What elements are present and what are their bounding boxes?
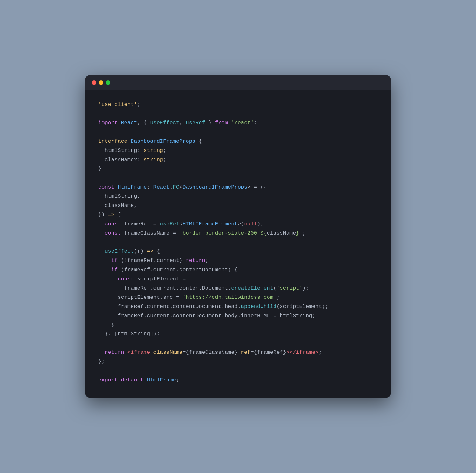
- code-line-23: frameRef.current.contentDocument.head.ap…: [98, 302, 378, 312]
- code-line-18: if (!frameRef.current) return;: [98, 256, 378, 265]
- code-line-8: }: [98, 164, 378, 174]
- code-editor: 'use client'; import React, { useEffect,…: [85, 90, 391, 398]
- code-line-21: frameRef.current.contentDocument.createE…: [98, 284, 378, 293]
- code-line-1: 'use client';: [98, 100, 378, 109]
- code-line-11: htmlString,: [98, 192, 378, 201]
- code-line-10: const HtmlFrame: React.FC<DashboardIFram…: [98, 183, 378, 192]
- code-line-26: }, [htmlString]);: [98, 330, 378, 339]
- code-line-12: className,: [98, 201, 378, 210]
- code-line-20: const scriptElement =: [98, 275, 378, 284]
- code-line-3: import React, { useEffect, useRef } from…: [98, 119, 378, 128]
- code-line-17: useEffect(() => {: [98, 247, 378, 256]
- code-line-14: const frameRef = useRef<HTMLIFrameElemen…: [98, 220, 378, 229]
- code-line-24: frameRef.current.contentDocument.body.in…: [98, 312, 378, 321]
- code-line-13: }) => {: [98, 210, 378, 220]
- code-window: 'use client'; import React, { useEffect,…: [85, 75, 391, 398]
- close-button[interactable]: [92, 80, 96, 85]
- code-line-25: }: [98, 321, 378, 330]
- code-line-6: htmlString: string;: [98, 146, 378, 155]
- maximize-button[interactable]: [106, 80, 110, 85]
- code-line-15: const frameClassName = `border border-sl…: [98, 229, 378, 238]
- code-line-22: scriptElement.src = 'https://cdn.tailwin…: [98, 293, 378, 302]
- code-line-28: return <iframe className={frameClassName…: [98, 348, 378, 357]
- code-line-19: if (frameRef.current.contentDocument) {: [98, 265, 378, 275]
- code-line-29: };: [98, 357, 378, 367]
- titlebar: [85, 75, 391, 90]
- code-line-31: export default HtmlFrame;: [98, 376, 378, 385]
- minimize-button[interactable]: [99, 80, 103, 85]
- code-line-5: interface DashboardIFrameProps {: [98, 137, 378, 146]
- code-line-7: className?: string;: [98, 155, 378, 165]
